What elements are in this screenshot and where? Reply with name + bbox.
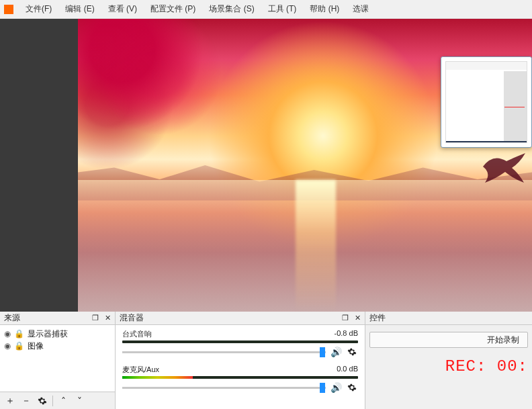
controls-title: 控件 xyxy=(369,312,386,324)
bottom-dock: 来源 ❐ ✕ ◉ 🔒 显示器捕获 ◉ 🔒 图像 ＋ － xyxy=(0,312,532,409)
menu-tools[interactable]: 工具 (T) xyxy=(261,1,304,17)
volume-meter xyxy=(122,376,358,379)
source-properties-button[interactable] xyxy=(35,394,50,408)
volume-slider[interactable] xyxy=(122,387,326,389)
sources-panel: 来源 ❐ ✕ ◉ 🔒 显示器捕获 ◉ 🔒 图像 ＋ － xyxy=(0,312,116,409)
channel-db: 0.0 dB xyxy=(337,365,358,375)
slider-thumb[interactable] xyxy=(320,383,325,393)
gear-icon xyxy=(38,396,47,406)
lock-icon[interactable]: 🔒 xyxy=(14,329,24,338)
sources-list[interactable]: ◉ 🔒 显示器捕获 ◉ 🔒 图像 xyxy=(0,325,115,392)
mixer-channel: 台式音响 -0.8 dB 🔊 xyxy=(122,329,358,358)
menu-view[interactable]: 查看 (V) xyxy=(101,1,144,17)
preview-padding xyxy=(0,19,78,312)
scene-foliage xyxy=(78,19,226,173)
toolbar-separator xyxy=(52,396,53,406)
menu-profile[interactable]: 配置文件 (P) xyxy=(144,1,202,17)
remove-source-button[interactable]: － xyxy=(19,394,34,408)
controls-header[interactable]: 控件 xyxy=(365,312,532,325)
volume-meter xyxy=(122,340,358,343)
mixer-popout-icon[interactable]: ❐ xyxy=(341,314,350,322)
menu-scene-collection[interactable]: 场景集合 (S) xyxy=(202,1,261,17)
gear-icon xyxy=(347,383,357,392)
scene-sun-reflection xyxy=(296,180,336,312)
mixer-close-icon[interactable]: ✕ xyxy=(353,314,362,322)
move-down-button[interactable]: ˅ xyxy=(72,394,87,408)
source-label: 图像 xyxy=(28,340,44,352)
add-source-button[interactable]: ＋ xyxy=(3,394,17,408)
menu-file[interactable]: 文件(F) xyxy=(19,1,58,17)
sources-close-icon[interactable]: ✕ xyxy=(103,314,112,322)
mixer-header[interactable]: 混音器 ❐ ✕ xyxy=(116,312,365,325)
source-thumbnail-window[interactable] xyxy=(441,56,532,148)
lock-icon[interactable]: 🔒 xyxy=(14,341,24,351)
sources-popout-icon[interactable]: ❐ xyxy=(91,314,100,322)
controls-panel: 控件 开始录制 REC: 00: xyxy=(365,312,532,409)
source-label: 显示器捕获 xyxy=(28,328,68,340)
channel-db: -0.8 dB xyxy=(335,329,358,339)
channel-settings-button[interactable] xyxy=(346,346,358,358)
menubar: 文件(F) 编辑 (E) 查看 (V) 配置文件 (P) 场景集合 (S) 工具… xyxy=(0,0,532,19)
recording-status: REC: 00: xyxy=(369,357,528,375)
scene-bird xyxy=(480,153,527,187)
menu-custom[interactable]: 选课 xyxy=(346,1,375,17)
source-item[interactable]: ◉ 🔒 图像 xyxy=(4,340,111,352)
meter-fill xyxy=(122,376,193,379)
sources-title: 来源 xyxy=(4,312,20,324)
mixer-body: 台式音响 -0.8 dB 🔊 xyxy=(116,325,365,409)
menu-edit[interactable]: 编辑 (E) xyxy=(58,1,101,17)
sources-toolbar: ＋ － ˄ ˅ xyxy=(0,392,115,409)
app-logo xyxy=(4,5,13,14)
channel-settings-button[interactable] xyxy=(346,381,358,394)
speaker-icon[interactable]: 🔊 xyxy=(330,381,342,394)
start-recording-button[interactable]: 开始录制 xyxy=(369,332,528,348)
speaker-icon[interactable]: 🔊 xyxy=(330,346,342,358)
thumbnail-content xyxy=(445,61,527,143)
mixer-panel: 混音器 ❐ ✕ 台式音响 -0.8 dB xyxy=(116,312,365,409)
visibility-icon[interactable]: ◉ xyxy=(4,341,11,351)
thumbnail-annotation xyxy=(504,107,525,107)
volume-slider[interactable] xyxy=(122,351,326,353)
mixer-channel: 麦克风/Aux 0.0 dB 🔊 xyxy=(122,365,358,394)
gear-icon xyxy=(347,347,357,357)
channel-name: 台式音响 xyxy=(122,329,152,339)
menu-help[interactable]: 帮助 (H) xyxy=(303,1,346,17)
visibility-icon[interactable]: ◉ xyxy=(4,329,11,338)
preview-area[interactable] xyxy=(0,19,532,312)
channel-name: 麦克风/Aux xyxy=(122,365,159,375)
controls-body: 开始录制 REC: 00: xyxy=(365,325,532,409)
move-up-button[interactable]: ˄ xyxy=(56,394,71,408)
slider-thumb[interactable] xyxy=(320,347,325,357)
source-item[interactable]: ◉ 🔒 显示器捕获 xyxy=(4,328,111,340)
mixer-title: 混音器 xyxy=(120,312,144,324)
sources-header[interactable]: 来源 ❐ ✕ xyxy=(0,312,115,325)
